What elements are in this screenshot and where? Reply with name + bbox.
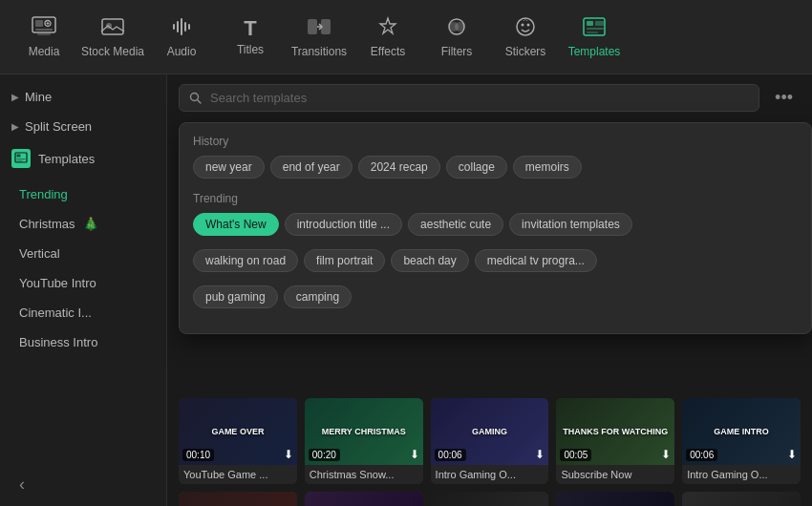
- sidebar-item-christmas[interactable]: Christmas 🎄: [0, 209, 166, 239]
- templates-grid: GAME OVER 00:10 ⬇ YouTube Game ... MERRY…: [179, 398, 801, 506]
- download-icon[interactable]: ⬇: [787, 448, 797, 461]
- tag-2024-recap[interactable]: 2024 recap: [358, 156, 440, 179]
- grid-item-9[interactable]: 00:05 ⬇ Glitch Logo Rev...: [556, 492, 674, 506]
- templates-grid-container: GAME OVER 00:10 ⬇ YouTube Game ... MERRY…: [167, 389, 812, 506]
- trending-label: Trending: [19, 187, 68, 201]
- sidebar-split-screen[interactable]: ▶ Split Screen: [0, 112, 166, 141]
- grid-label: Christmas Snow...: [305, 465, 423, 484]
- nav-audio[interactable]: Audio: [147, 3, 216, 72]
- history-tags-row: new year end of year 2024 recap collage …: [193, 156, 798, 179]
- thumb-text: MERRY CHRISTMAS: [310, 427, 417, 436]
- grid-item-6[interactable]: LOGO 00:05 ⬇ Modern Logo R...: [179, 492, 297, 506]
- content-area: ••• History new year end of year 2024 re…: [167, 74, 812, 506]
- nav-effects[interactable]: Effects: [353, 3, 422, 72]
- download-icon[interactable]: ⬇: [284, 448, 293, 461]
- tag-whats-new[interactable]: What's New: [193, 213, 279, 236]
- sidebar-templates-header[interactable]: Templates: [0, 141, 166, 176]
- search-bar: [179, 84, 759, 112]
- tag-invitation-templates[interactable]: invitation templates: [509, 213, 632, 236]
- download-icon[interactable]: ⬇: [535, 448, 545, 461]
- grid-item-3[interactable]: GAMING 00:06 ⬇ Intro Gaming O...: [431, 398, 549, 484]
- download-icon[interactable]: ⬇: [661, 448, 671, 461]
- thumb-text: GAME INTRO: [688, 427, 794, 436]
- nav-transitions-label: Transitions: [291, 45, 347, 58]
- trending-tags-row-2: walking on road film portrait beach day …: [193, 249, 798, 272]
- grid-item-2[interactable]: MERRY CHRISTMAS 00:20 ⬇ Christmas Snow..…: [305, 398, 423, 484]
- nav-media[interactable]: Media: [10, 3, 78, 72]
- transitions-icon: [307, 16, 331, 41]
- nav-templates[interactable]: Templates: [560, 3, 629, 72]
- grid-item-4[interactable]: THANKS FOR WATCHING 00:05 ⬇ Subscribe No…: [556, 398, 674, 484]
- history-section-title: History: [193, 135, 798, 148]
- thumb-text: GAME OVER: [184, 427, 290, 436]
- titles-icon: T: [244, 18, 256, 39]
- stickers-icon: [514, 16, 537, 41]
- tag-medical-tv[interactable]: medical tv progra...: [475, 249, 597, 272]
- svg-rect-5: [102, 19, 123, 34]
- tag-camping[interactable]: camping: [284, 285, 352, 308]
- tag-pub-gaming[interactable]: pub gaming: [193, 285, 278, 308]
- grid-item-8[interactable]: 00:06 ⬇ Clean Logo: [431, 492, 549, 506]
- grid-label: Subscribe Now: [556, 465, 674, 484]
- templates-sidebar-icon: [11, 149, 31, 168]
- nav-stock-media[interactable]: Stock Media: [78, 3, 147, 72]
- svg-rect-4: [37, 33, 51, 35]
- search-dropdown: History new year end of year 2024 recap …: [179, 122, 812, 334]
- thumb-duration: 00:10: [182, 449, 214, 461]
- sidebar-mine-label: Mine: [25, 90, 52, 104]
- nav-stickers[interactable]: Stickers: [491, 3, 560, 72]
- trending-tags-row-3: pub gaming camping: [193, 285, 798, 308]
- trending-tags-row-1: What's New introduction title ... aesthe…: [193, 213, 798, 236]
- sidebar-mine[interactable]: ▶ Mine: [0, 82, 166, 112]
- sidebar-templates-label: Templates: [38, 152, 95, 166]
- search-input[interactable]: [210, 91, 749, 105]
- tag-walking-on-road[interactable]: walking on road: [193, 249, 298, 272]
- nav-titles[interactable]: T Titles: [216, 3, 285, 72]
- grid-item-1[interactable]: GAME OVER 00:10 ⬇ YouTube Game ...: [179, 398, 297, 484]
- nav-transitions[interactable]: Transitions: [285, 3, 353, 72]
- nav-templates-label: Templates: [568, 45, 621, 58]
- tag-collage[interactable]: collage: [446, 156, 507, 179]
- audio-icon: [171, 16, 192, 41]
- top-navigation: Media Stock Media Audio T Titles: [0, 0, 812, 74]
- sidebar-item-trending[interactable]: Trending: [0, 179, 166, 209]
- tag-aesthetic-cute[interactable]: aesthetic cute: [408, 213, 503, 236]
- sidebar: ▶ Mine ▶ Split Screen Templates Trending: [0, 74, 167, 506]
- tag-end-of-year[interactable]: end of year: [270, 156, 353, 179]
- collapse-sidebar-button[interactable]: ‹: [11, 471, 32, 498]
- tag-beach-day[interactable]: beach day: [391, 249, 468, 272]
- thumb-duration: 00:05: [560, 449, 591, 461]
- cinematic-label: Cinematic I...: [19, 306, 92, 320]
- sidebar-nav: Trending Christmas 🎄 Vertical YouTube In…: [0, 176, 166, 361]
- svg-point-12: [517, 18, 534, 35]
- thumb-duration: 00:06: [686, 449, 717, 461]
- tag-film-portrait[interactable]: film portrait: [304, 249, 385, 272]
- grid-item-10[interactable]: 00:05 ⬇ Modern Logo R...: [682, 492, 801, 506]
- trending-section-title: Trending: [193, 192, 798, 205]
- tag-memoirs[interactable]: memoirs: [513, 156, 582, 179]
- svg-rect-17: [595, 21, 604, 26]
- sidebar-item-vertical[interactable]: Vertical: [0, 239, 166, 268]
- sidebar-item-business-intro[interactable]: Business Intro: [0, 327, 166, 357]
- svg-rect-19: [587, 32, 598, 33]
- nav-filters[interactable]: Filters: [422, 3, 491, 72]
- grid-label: Intro Gaming O...: [682, 465, 801, 484]
- download-icon[interactable]: ⬇: [410, 448, 419, 461]
- sidebar-item-youtube-intro[interactable]: YouTube Intro: [0, 268, 166, 298]
- media-icon: [32, 16, 56, 41]
- split-screen-chevron-icon: ▶: [11, 121, 19, 132]
- sidebar-item-cinematic[interactable]: Cinematic I...: [0, 298, 166, 327]
- youtube-intro-label: YouTube Intro: [19, 276, 96, 290]
- tag-introduction[interactable]: introduction title ...: [285, 213, 402, 236]
- search-icon: [189, 92, 203, 105]
- christmas-tree-icon: 🎄: [83, 217, 98, 231]
- svg-rect-22: [17, 158, 26, 159]
- grid-label: YouTube Game ...: [179, 465, 297, 484]
- nav-audio-label: Audio: [167, 45, 197, 58]
- nav-effects-label: Effects: [371, 45, 405, 58]
- grid-item-5[interactable]: GAME INTRO 00:06 ⬇ Intro Gaming O...: [682, 398, 801, 484]
- thumb-text: THANKS FOR WATCHING: [563, 427, 669, 436]
- grid-item-7[interactable]: MERRY CHRISTMAS 00:06 ⬇ Christmas Intro …: [305, 492, 423, 506]
- more-options-button[interactable]: •••: [767, 84, 801, 112]
- tag-new-year[interactable]: new year: [193, 156, 265, 179]
